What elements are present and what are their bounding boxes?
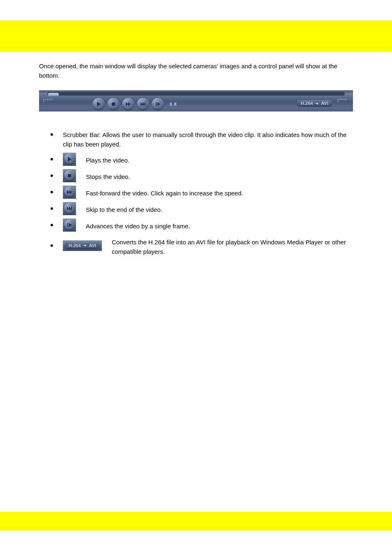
codec-badge-sample: H.264 ➜ AVI — [63, 240, 102, 251]
arrow-right-icon: ➜ — [83, 243, 86, 248]
bullet-text: Advances the video by a single frame. — [86, 219, 190, 231]
bullet-text: Stops the video. — [86, 169, 130, 181]
footer-bar — [0, 512, 392, 531]
svg-rect-4 — [71, 207, 72, 211]
bullet-marker — [51, 207, 53, 210]
decor-dots-left — [43, 99, 53, 109]
list-item: Advances the video by a single frame. — [51, 218, 355, 232]
skip-end-icon — [67, 206, 72, 211]
svg-rect-2 — [156, 102, 157, 106]
play-icon — [67, 156, 72, 162]
svg-rect-5 — [67, 223, 68, 227]
list-item: Plays the video. — [51, 153, 355, 166]
bullet-marker — [51, 191, 53, 193]
codec-from-label: H.264 — [69, 243, 81, 248]
fast-forward-icon-sample — [63, 186, 76, 199]
skip-end-icon — [140, 101, 146, 107]
codec-convert-button[interactable]: H.264 ➜ AVI — [297, 99, 332, 107]
play-icon — [96, 101, 101, 107]
skip-end-icon-sample — [63, 202, 76, 215]
codec-to-label: AVI — [321, 101, 328, 106]
svg-rect-1 — [145, 102, 145, 106]
bullet-marker — [51, 174, 53, 177]
bullet-marker — [51, 158, 53, 160]
stop-icon — [67, 173, 72, 179]
scrubber-handle[interactable] — [48, 93, 59, 96]
frame-step-icon — [67, 222, 72, 228]
header-bar — [0, 20, 392, 52]
svg-rect-0 — [112, 102, 115, 106]
player-buttons: 0 X — [92, 98, 177, 110]
bullet-text: Scrubber Bar: Allows the user to manuall… — [63, 130, 355, 149]
list-item: Skip to the end of the video. — [51, 202, 355, 215]
stop-button[interactable] — [107, 98, 120, 110]
codec-from-label: H.264 — [301, 101, 313, 106]
frame-step-icon-sample — [63, 218, 76, 232]
bullet-text: Skip to the end of the video. — [86, 202, 162, 214]
fast-forward-icon — [67, 189, 72, 195]
bullet-text: Plays the video. — [86, 153, 129, 165]
bullet-marker — [51, 224, 53, 226]
list-item: Scrubber Bar: Allows the user to manuall… — [51, 130, 355, 149]
fast-forward-icon — [125, 101, 131, 107]
playback-speed: 0 X — [170, 102, 177, 107]
frame-step-icon — [155, 101, 161, 107]
frame-step-button[interactable] — [152, 98, 164, 110]
intro-text: Once opened, the main window will displa… — [39, 62, 355, 80]
stop-icon-sample — [63, 169, 76, 182]
decor-dots-right — [337, 99, 347, 109]
bullet-marker — [51, 133, 53, 136]
arrow-right-icon: ➜ — [315, 101, 318, 106]
skip-end-button[interactable] — [137, 98, 149, 110]
scrubber-track[interactable] — [47, 92, 345, 95]
bullet-text: Fast-forward the video. Click again to i… — [86, 186, 243, 198]
player-control-panel: 0 X H.264 ➜ AVI — [39, 90, 353, 111]
play-icon-sample — [63, 153, 76, 166]
content-block: Once opened, the main window will displa… — [39, 62, 355, 260]
bullet-list: Scrubber Bar: Allows the user to manuall… — [51, 130, 355, 256]
list-item: H.264 ➜ AVI Converts the H.264 file into… — [51, 235, 355, 257]
stop-icon — [111, 101, 116, 107]
play-button[interactable] — [92, 98, 105, 110]
list-item: Fast-forward the video. Click again to i… — [51, 186, 355, 199]
bullet-text: Converts the H.264 file into an AVI file… — [112, 235, 355, 257]
codec-to-label: AVI — [89, 243, 96, 248]
svg-rect-3 — [68, 174, 71, 177]
list-item: Stops the video. — [51, 169, 355, 182]
bullet-marker — [51, 244, 53, 247]
fast-forward-button[interactable] — [122, 98, 134, 110]
